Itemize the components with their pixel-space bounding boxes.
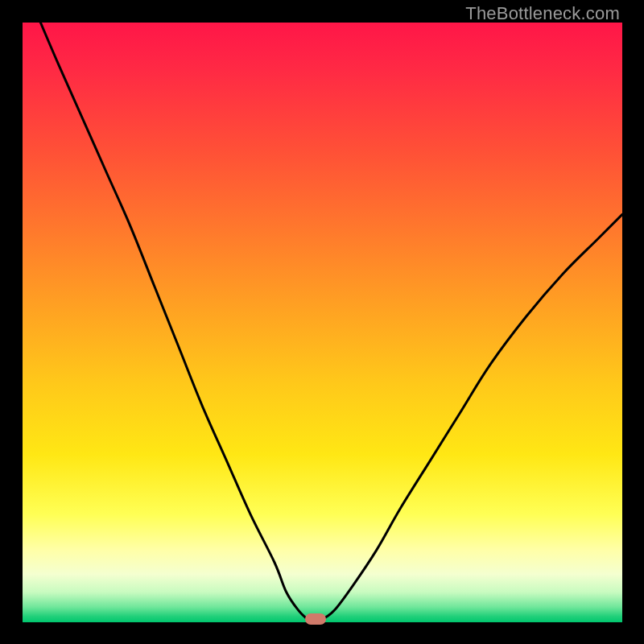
curve-right-branch bbox=[323, 214, 623, 619]
chart-frame: TheBottleneck.com bbox=[0, 0, 644, 644]
watermark-text: TheBottleneck.com bbox=[465, 3, 620, 24]
optimal-point-marker bbox=[305, 613, 326, 625]
bottleneck-curve bbox=[23, 23, 622, 622]
curve-left-branch bbox=[40, 23, 308, 619]
plot-area bbox=[23, 23, 622, 622]
